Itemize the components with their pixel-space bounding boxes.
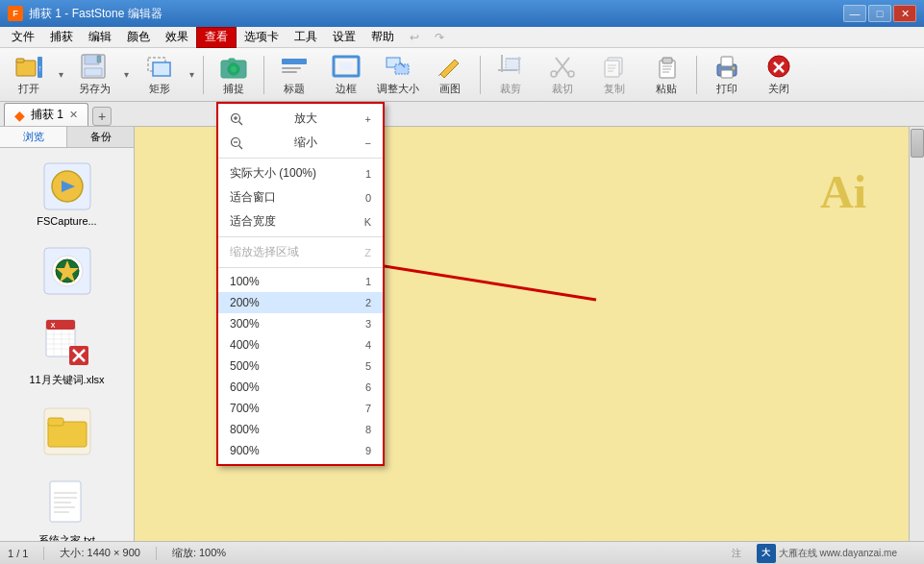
dd-200-key: 2 xyxy=(365,297,371,308)
dd-400[interactable]: 400% 4 xyxy=(218,334,383,356)
menu-tab[interactable]: 选项卡 xyxy=(237,28,287,47)
dd-800[interactable]: 800% 8 xyxy=(218,419,383,440)
window-title: 捕获 1 - FastStone 编辑器 xyxy=(29,6,162,22)
dd-400-label: 400% xyxy=(230,338,260,352)
dd-fit-window-key: 0 xyxy=(365,192,371,204)
dd-300[interactable]: 300% 3 xyxy=(218,313,383,334)
print-label: 打印 xyxy=(716,82,737,96)
toolbar: ↑ 打开 另存为 xyxy=(0,48,924,102)
menu-redo[interactable]: ↷ xyxy=(427,28,452,47)
draw-button[interactable]: 画图 xyxy=(425,51,475,99)
crop-button[interactable]: 裁剪 xyxy=(486,51,536,99)
cut-button[interactable]: 裁切 xyxy=(537,51,587,99)
crop-label: 裁剪 xyxy=(500,82,521,96)
dd-300-key: 3 xyxy=(365,318,371,330)
dd-900[interactable]: 900% 9 xyxy=(218,440,383,461)
menu-undo[interactable]: ↩ xyxy=(402,28,427,47)
close-button[interactable]: ✕ xyxy=(893,5,916,22)
dd-actual-size-label: 实际大小 (100%) xyxy=(230,165,316,182)
border-icon xyxy=(332,53,361,80)
menu-color[interactable]: 颜色 xyxy=(119,28,158,47)
sep3 xyxy=(480,56,481,94)
menu-settings[interactable]: 设置 xyxy=(325,28,363,47)
rect-label: 矩形 xyxy=(149,82,170,96)
scrollbar-vertical[interactable] xyxy=(909,127,924,541)
dd-zoom-in-icon xyxy=(230,111,243,126)
draw-icon xyxy=(436,53,464,80)
rect-arrow[interactable] xyxy=(185,51,198,99)
status-bar: 1 / 1 大小: 1440 × 900 缩放: 100% 注 大 大雁在线 w… xyxy=(0,541,924,564)
menu-edit[interactable]: 编辑 xyxy=(81,28,119,47)
minimize-button[interactable]: — xyxy=(843,5,866,22)
border-button[interactable]: 边框 xyxy=(321,51,371,99)
dd-fit-width[interactable]: 适合宽度 K xyxy=(218,209,383,233)
dd-100[interactable]: 100% 1 xyxy=(218,271,383,292)
window-controls: — □ ✕ xyxy=(843,5,916,22)
svg-text:F: F xyxy=(12,9,18,18)
sidebar-tab-browse[interactable]: 浏览 xyxy=(0,127,67,147)
sidebar-item-shield[interactable] xyxy=(6,238,128,304)
dd-200[interactable]: 200% 2 xyxy=(218,292,383,313)
menu-file[interactable]: 文件 xyxy=(4,28,42,47)
shield-icon xyxy=(38,242,96,300)
svg-marker-24 xyxy=(440,60,459,78)
dd-500[interactable]: 500% 5 xyxy=(218,356,383,377)
title-icon xyxy=(280,53,309,80)
menu-capture[interactable]: 捕获 xyxy=(42,28,81,47)
dd-sep1 xyxy=(218,158,383,159)
crop-icon xyxy=(496,53,525,80)
sidebar-item-fscapture[interactable]: FSCapture... xyxy=(6,154,128,231)
camera-label: 捕捉 xyxy=(223,82,244,96)
resize-button[interactable]: 调整大小 xyxy=(373,51,423,99)
sidebar-tab-backup[interactable]: 备份 xyxy=(67,127,134,147)
sidebar-item-excel[interactable]: X 11月关键词.xlsx xyxy=(6,311,128,391)
svg-rect-17 xyxy=(282,67,301,69)
menu-tools[interactable]: 工具 xyxy=(287,28,325,47)
sidebar-item-folder[interactable] xyxy=(6,399,128,464)
close-img-button[interactable]: 关闭 xyxy=(754,51,804,99)
menu-help[interactable]: 帮助 xyxy=(363,28,402,47)
svg-line-85 xyxy=(239,121,243,125)
print-button[interactable]: 打印 xyxy=(702,51,752,99)
copy-label: 复制 xyxy=(604,82,625,96)
tab-capture1[interactable]: ◆ 捕获 1 ✕ xyxy=(4,103,88,126)
sep1 xyxy=(203,56,204,94)
dd-zoom-out[interactable]: 缩小 − xyxy=(218,131,383,155)
dd-actual-size[interactable]: 实际大小 (100%) 1 xyxy=(218,161,383,185)
txt-label: 系统之家.txt xyxy=(38,533,95,541)
menu-effect[interactable]: 效果 xyxy=(158,28,196,47)
scrollbar-thumb[interactable] xyxy=(911,129,924,158)
rect-button[interactable]: 矩形 xyxy=(135,51,185,99)
dd-700-key: 7 xyxy=(365,403,371,414)
folder-icon xyxy=(38,403,96,460)
dd-200-label: 200% xyxy=(230,296,260,309)
watermark-text: 大雁在线 www.dayanzai.me xyxy=(779,547,897,560)
dd-zoom-in[interactable]: 放大 + xyxy=(218,107,383,131)
dd-600[interactable]: 600% 6 xyxy=(218,377,383,398)
dd-fit-window[interactable]: 适合窗口 0 xyxy=(218,185,383,209)
copy-button[interactable]: 复制 xyxy=(589,51,639,99)
maximize-button[interactable]: □ xyxy=(868,5,891,22)
sidebar: 浏览 备份 FSCapture... xyxy=(0,127,135,541)
add-tab-button[interactable]: + xyxy=(92,107,112,126)
view-dropdown-menu: 放大 + 缩小 − 实际大小 (100%) 1 适合窗口 0 适合宽度 K 缩放… xyxy=(216,102,385,466)
saveas-arrow[interactable] xyxy=(119,51,133,99)
paste-button[interactable]: 粘贴 xyxy=(641,51,691,99)
dd-700[interactable]: 700% 7 xyxy=(218,398,383,419)
rect-icon xyxy=(145,53,174,80)
status-zoom: 缩放: 100% xyxy=(172,546,226,560)
title-button[interactable]: 标题 xyxy=(269,51,319,99)
camera-button[interactable]: 捕捉 xyxy=(209,51,259,99)
watermark-logo: 大 xyxy=(757,544,776,563)
title-label: 标题 xyxy=(284,82,305,96)
menu-view[interactable]: 查看 xyxy=(196,27,237,48)
svg-line-89 xyxy=(239,145,243,149)
open-arrow[interactable] xyxy=(54,51,67,99)
saveas-button[interactable]: 另存为 xyxy=(69,51,119,99)
fscapture-label: FSCapture... xyxy=(37,215,96,227)
open-button[interactable]: ↑ 打开 xyxy=(4,51,54,99)
dd-100-key: 1 xyxy=(365,276,371,287)
sidebar-content: FSCapture... xyxy=(0,148,134,541)
sidebar-item-txt[interactable]: 系统之家.txt xyxy=(6,472,128,541)
tab-close[interactable]: ✕ xyxy=(69,109,78,121)
